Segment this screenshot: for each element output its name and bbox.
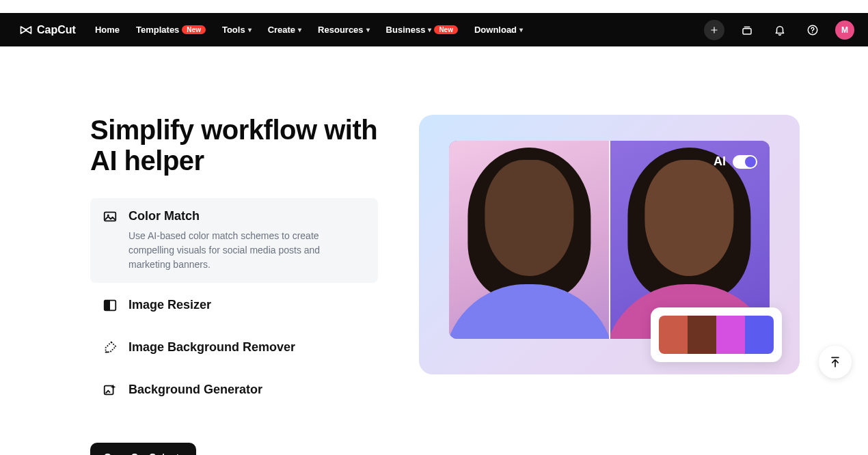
swatch-2[interactable]	[688, 316, 716, 354]
nav-item-home[interactable]: Home	[95, 25, 120, 35]
feature-bg-generator[interactable]: Background Generator	[90, 370, 378, 410]
projects-icon[interactable]	[737, 20, 757, 40]
new-badge: New	[182, 25, 206, 34]
back-to-top-button[interactable]	[819, 346, 852, 378]
chevron-down-icon: ▾	[298, 26, 301, 33]
nav-item-business[interactable]: Business ▾ New	[386, 25, 458, 35]
image-resizer-icon	[103, 298, 118, 313]
color-palette	[651, 307, 782, 362]
cta-label: Open CapCut	[104, 452, 165, 455]
chevron-down-icon: ▾	[428, 26, 431, 33]
feature-color-match[interactable]: Color Match Use AI-based color match sch…	[90, 198, 378, 283]
toggle-switch-icon	[733, 155, 757, 169]
ai-toggle-label: AI	[714, 154, 726, 169]
header-actions: M	[704, 20, 854, 40]
brand-mark-icon	[19, 23, 33, 37]
svg-point-2	[812, 32, 813, 33]
primary-nav: Home Templates New Tools ▾ Create ▾ Reso…	[95, 25, 523, 35]
swatch-3[interactable]	[716, 316, 745, 354]
color-match-icon	[103, 209, 118, 224]
help-icon[interactable]	[802, 20, 823, 40]
chevron-down-icon: ▾	[248, 26, 252, 33]
hero-left: Simplify workflow with AI helper Color M…	[90, 115, 378, 455]
feature-preview-card: AI	[419, 115, 800, 374]
open-capcut-button[interactable]: Open CapCut	[90, 443, 196, 455]
nav-label: Resources	[318, 25, 363, 35]
avatar-initial: M	[841, 25, 848, 35]
user-avatar[interactable]: M	[835, 20, 854, 40]
notifications-icon[interactable]	[770, 20, 790, 40]
nav-item-create[interactable]: Create ▾	[268, 25, 301, 35]
feature-image-resizer[interactable]: Image Resizer	[90, 286, 378, 325]
create-button[interactable]	[704, 20, 724, 40]
feature-list: Color Match Use AI-based color match sch…	[90, 198, 378, 410]
nav-item-templates[interactable]: Templates New	[136, 25, 206, 35]
compare-divider[interactable]	[609, 141, 610, 339]
nav-item-tools[interactable]: Tools ▾	[222, 25, 252, 35]
feature-desc: Use AI-based color match schemes to crea…	[128, 229, 340, 272]
nav-label: Download	[474, 25, 517, 35]
chevron-down-icon: ▾	[519, 26, 523, 33]
feature-title: Background Generator	[128, 383, 262, 397]
arrow-up-icon	[828, 355, 842, 369]
hero-section: Simplify workflow with AI helper Color M…	[0, 46, 868, 455]
nav-label: Templates	[136, 25, 179, 35]
nav-item-resources[interactable]: Resources ▾	[318, 25, 369, 35]
nav-label: Business	[386, 25, 426, 35]
feature-title: Image Background Remover	[128, 340, 295, 355]
svg-rect-3	[105, 212, 116, 221]
swatch-4[interactable]	[745, 316, 774, 354]
feature-bg-remover[interactable]: Image Background Remover	[90, 328, 378, 368]
hero-title: Simplify workflow with AI helper	[90, 115, 378, 176]
brand-name: CapCut	[37, 24, 76, 36]
brand-logo[interactable]: CapCut	[19, 23, 76, 37]
svg-rect-0	[743, 28, 751, 33]
swatch-1[interactable]	[659, 316, 688, 354]
chevron-down-icon: ▾	[366, 26, 370, 33]
nav-label: Tools	[222, 25, 245, 35]
bg-remover-icon	[103, 340, 118, 355]
svg-rect-6	[105, 300, 110, 310]
ai-toggle[interactable]: AI	[714, 154, 757, 169]
feature-title: Image Resizer	[128, 298, 211, 312]
new-badge: New	[434, 25, 458, 34]
nav-item-download[interactable]: Download ▾	[474, 25, 523, 35]
bg-generator-icon	[103, 383, 118, 398]
nav-label: Create	[268, 25, 295, 35]
app-header: CapCut Home Templates New Tools ▾ Create…	[0, 13, 868, 46]
preview-before	[449, 141, 610, 339]
arrow-right-icon	[172, 452, 182, 455]
feature-title: Color Match	[128, 209, 340, 223]
nav-label: Home	[95, 25, 120, 35]
